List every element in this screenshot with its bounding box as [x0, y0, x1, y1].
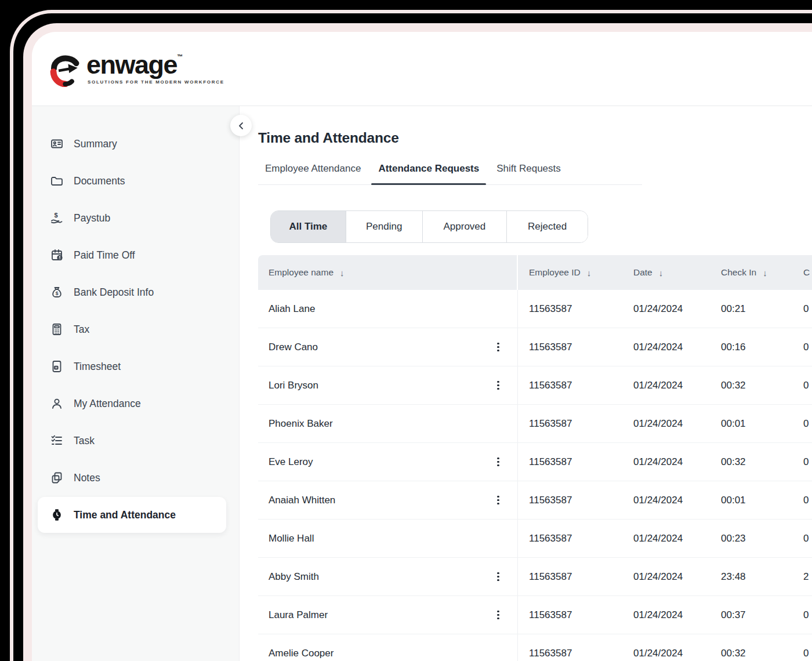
check-in-cell: 00:32 [721, 456, 803, 468]
tab-employee-attendance[interactable]: Employee Attendance [258, 163, 368, 184]
date-cell: 01/24/2024 [633, 495, 721, 506]
brand-name: enwage [86, 51, 177, 79]
date-cell: 01/24/2024 [633, 456, 721, 468]
sidebar-item-label: Documents [74, 175, 125, 187]
row-kebab-menu-button[interactable] [494, 339, 502, 355]
column-header-date[interactable]: Date↓ [633, 267, 721, 278]
sidebar-item-label: Task [74, 435, 95, 447]
sidebar-item-tax[interactable]: Tax [38, 311, 226, 347]
sidebar-item-timesheet[interactable]: 01Timesheet [38, 348, 226, 384]
column-label: Date [633, 267, 652, 278]
employee-name: Abby Smith [269, 571, 319, 583]
row-kebab-menu-button[interactable] [494, 492, 502, 509]
employee-id-cell: 11563587 [518, 609, 633, 621]
trademark-symbol: ™ [177, 53, 183, 60]
date-cell: 01/24/2024 [633, 533, 721, 544]
check-in-cell: 00:01 [721, 418, 803, 430]
check-in-cell: 00:37 [721, 609, 803, 621]
sidebar-item-time-and-attendance[interactable]: Time and Attendance [38, 497, 226, 533]
employee-name-cell: Anaiah Whitten [258, 481, 518, 519]
attendance-table: Employee name↓Employee ID↓Date↓Check In↓… [258, 255, 812, 661]
date-cell: 01/24/2024 [633, 342, 721, 353]
filter-approved[interactable]: Approved [422, 211, 507, 242]
tab-shift-requests[interactable]: Shift Requests [490, 163, 568, 184]
folder-icon [49, 174, 64, 188]
table-row: Lori Bryson1156358701/24/202400:320 [258, 366, 812, 405]
calendar-user-icon [49, 248, 64, 263]
employee-id-cell: 11563587 [518, 342, 633, 353]
column-header-employee-name[interactable]: Employee name↓ [258, 255, 518, 290]
document-01-icon: 01 [49, 359, 64, 374]
sidebar-item-label: Notes [74, 472, 100, 484]
check-in-cell: 00:16 [721, 342, 803, 353]
enwage-logo-text: enwage ™ SOLUTIONS FOR THE MODERN WORKFO… [86, 51, 224, 85]
employee-name: Laura Palmer [269, 609, 328, 621]
sidebar: SummaryDocuments$PaystubPaid Time Off$Ba… [32, 106, 240, 661]
sidebar-item-summary[interactable]: Summary [38, 126, 226, 162]
check-out-cell-clipped: 0 [803, 342, 812, 353]
check-out-cell-clipped: 0 [803, 648, 812, 659]
sidebar-item-paystub[interactable]: $Paystub [38, 200, 226, 236]
sidebar-item-notes[interactable]: Notes [38, 460, 226, 496]
main-content: Time and Attendance Employee AttendanceA… [240, 106, 812, 661]
brand-tagline: SOLUTIONS FOR THE MODERN WORKFORCE [86, 79, 224, 85]
sidebar-item-my-attendance[interactable]: My Attendance [38, 386, 226, 422]
column-header-check-in[interactable]: Check In↓ [721, 267, 803, 278]
sidebar-item-task[interactable]: Task [38, 423, 226, 459]
date-cell: 01/24/2024 [633, 648, 721, 659]
row-kebab-menu-button[interactable] [494, 569, 502, 585]
column-header-employee-id[interactable]: Employee ID↓ [518, 267, 633, 278]
row-kebab-menu-button[interactable] [494, 377, 502, 394]
column-label: Employee name [269, 267, 334, 278]
employee-name: Lori Bryson [269, 380, 318, 391]
sidebar-item-bank-deposit-info[interactable]: $Bank Deposit Info [38, 274, 226, 310]
employee-name: Phoenix Baker [269, 418, 333, 430]
employee-name-cell: Aliah Lane [258, 290, 518, 328]
employee-name: Amelie Cooper [269, 648, 334, 659]
page-title: Time and Attendance [258, 130, 812, 146]
filter-segmented-control: All TimePendingApprovedRejected [270, 210, 588, 243]
sidebar-item-label: Time and Attendance [74, 509, 176, 521]
sidebar-item-label: Bank Deposit Info [74, 286, 154, 299]
table-row: Mollie Hall1156358701/24/202400:230 [258, 520, 812, 558]
row-kebab-menu-button[interactable] [494, 607, 502, 623]
sidebar-item-label: Timesheet [74, 361, 121, 373]
table-row: Abby Smith1156358701/24/202423:482 [258, 558, 812, 596]
sidebar-item-paid-time-off[interactable]: Paid Time Off [38, 237, 226, 273]
check-in-cell: 00:01 [721, 495, 803, 506]
filter-all-time[interactable]: All Time [271, 211, 346, 242]
employee-name-cell: Mollie Hall [258, 520, 518, 557]
app-window: enwage ™ SOLUTIONS FOR THE MODERN WORKFO… [32, 32, 812, 661]
attendance-table-body: Aliah Lane1156358701/24/202400:210Drew C… [258, 290, 812, 661]
enwage-logo: enwage ™ SOLUTIONS FOR THE MODERN WORKFO… [48, 51, 224, 87]
employee-id-cell: 11563587 [518, 456, 633, 468]
svg-text:$: $ [55, 290, 58, 296]
check-out-cell-clipped: 0 [803, 380, 812, 391]
date-cell: 01/24/2024 [633, 609, 721, 621]
sidebar-collapse-button[interactable] [230, 115, 252, 136]
date-cell: 01/24/2024 [633, 380, 721, 391]
employee-name: Eve Leroy [269, 456, 313, 468]
sidebar-item-label: Paid Time Off [74, 249, 135, 262]
calculator-icon [49, 322, 64, 337]
app-header: enwage ™ SOLUTIONS FOR THE MODERN WORKFO… [32, 32, 812, 106]
filter-pending[interactable]: Pending [346, 211, 422, 242]
table-row: Anaiah Whitten1156358701/24/202400:010 [258, 481, 812, 520]
tab-attendance-requests[interactable]: Attendance Requests [371, 163, 486, 184]
table-header-row: Employee name↓Employee ID↓Date↓Check In↓… [258, 255, 812, 290]
sidebar-item-documents[interactable]: Documents [38, 163, 226, 199]
filter-rejected[interactable]: Rejected [506, 211, 588, 242]
sort-descending-icon: ↓ [340, 268, 345, 278]
row-kebab-menu-button[interactable] [494, 454, 502, 470]
employee-name-cell: Laura Palmer [258, 596, 518, 634]
check-out-cell-clipped: 0 [803, 303, 812, 315]
person-icon [49, 397, 64, 411]
employee-id-cell: 11563587 [518, 648, 633, 659]
employee-name-cell: Eve Leroy [258, 443, 518, 481]
sort-descending-icon: ↓ [763, 268, 767, 278]
employee-name-cell: Amelie Cooper [258, 634, 518, 661]
employee-name-cell: Drew Cano [258, 328, 518, 366]
check-out-cell-clipped: 2 [803, 571, 812, 583]
employee-name: Drew Cano [269, 342, 318, 353]
page-background: enwage ™ SOLUTIONS FOR THE MODERN WORKFO… [0, 0, 812, 661]
